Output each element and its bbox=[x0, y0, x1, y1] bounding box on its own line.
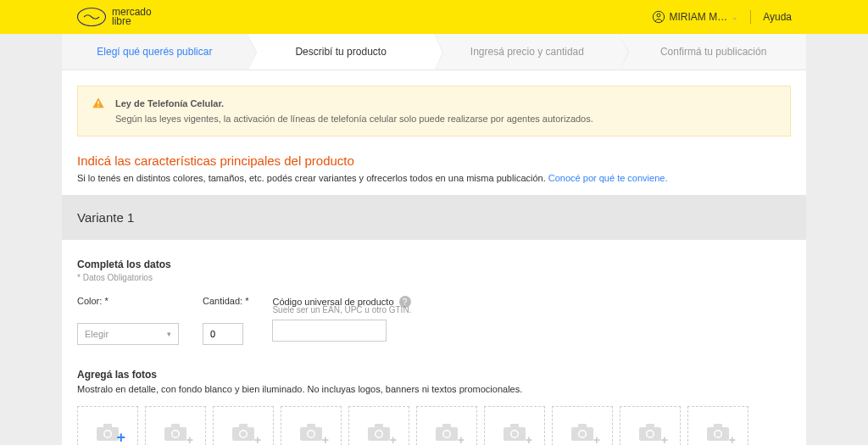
svg-point-8 bbox=[105, 431, 111, 437]
complete-data-title: Completá los datos bbox=[77, 259, 791, 270]
svg-point-24 bbox=[376, 431, 382, 437]
step-describe: Describí tu producto bbox=[248, 34, 435, 70]
svg-point-20 bbox=[309, 431, 314, 437]
chevron-down-icon: ⌄ bbox=[732, 13, 738, 21]
svg-point-12 bbox=[173, 431, 179, 437]
photo-slot[interactable]: + bbox=[620, 406, 681, 445]
plus-icon: + bbox=[390, 433, 397, 446]
warning-alert: Ley de Telefonía Celular. Según las leye… bbox=[77, 86, 791, 136]
plus-icon: + bbox=[254, 433, 261, 446]
svg-point-28 bbox=[444, 431, 450, 437]
progress-stepper: Elegí qué querés publicar Describí tu pr… bbox=[62, 34, 806, 70]
quantity-input[interactable] bbox=[203, 323, 243, 345]
alert-title: Ley de Telefonía Celular. bbox=[115, 97, 593, 111]
plus-icon: + bbox=[593, 433, 600, 446]
svg-point-16 bbox=[241, 431, 247, 437]
svg-rect-34 bbox=[578, 424, 587, 428]
user-menu[interactable]: MIRIAM M… ⌄ bbox=[652, 10, 739, 24]
plus-icon: + bbox=[458, 433, 465, 446]
camera-icon: + bbox=[298, 422, 324, 445]
step-confirm: Confirmá tu publicación bbox=[620, 34, 806, 70]
svg-rect-30 bbox=[510, 424, 519, 428]
main-panel: Elegí qué querés publicar Describí tu pr… bbox=[62, 34, 806, 445]
quantity-label: Cantidad: * bbox=[203, 296, 248, 306]
camera-icon: + bbox=[95, 422, 120, 445]
svg-point-2 bbox=[657, 14, 660, 17]
plus-icon: + bbox=[116, 429, 125, 446]
photos-desc: Mostralo en detalle, con fondo blanco y … bbox=[77, 384, 791, 394]
svg-point-40 bbox=[648, 431, 654, 437]
plus-icon: + bbox=[322, 433, 329, 446]
svg-rect-6 bbox=[103, 424, 112, 428]
section-desc: Si lo tenés en distintos colores, tamaño… bbox=[77, 173, 791, 183]
svg-rect-18 bbox=[307, 424, 315, 428]
svg-rect-14 bbox=[239, 424, 248, 428]
brand-logo[interactable]: mercado libre bbox=[76, 7, 152, 27]
photo-slot[interactable]: + bbox=[145, 406, 206, 445]
step-price: Ingresá precio y cantidad bbox=[435, 34, 621, 70]
brand-line2: libre bbox=[112, 17, 152, 26]
warning-icon bbox=[92, 97, 105, 110]
svg-rect-42 bbox=[714, 424, 722, 428]
plus-icon: + bbox=[186, 433, 193, 446]
plus-icon: + bbox=[729, 433, 736, 446]
svg-point-36 bbox=[580, 431, 586, 437]
photo-slot[interactable]: + bbox=[348, 406, 409, 445]
svg-rect-4 bbox=[97, 106, 98, 107]
color-select[interactable]: Elegir ▾ bbox=[77, 323, 179, 345]
svg-rect-26 bbox=[442, 424, 451, 428]
step-choose[interactable]: Elegí qué querés publicar bbox=[62, 34, 248, 70]
user-name: MIRIAM M… bbox=[670, 11, 728, 23]
photo-slot[interactable]: + bbox=[484, 406, 545, 445]
photo-slot-main[interactable]: + Foto principal bbox=[77, 406, 138, 445]
photo-slot[interactable]: + bbox=[687, 406, 748, 445]
svg-point-44 bbox=[715, 431, 721, 437]
camera-icon: + bbox=[434, 422, 459, 445]
help-link[interactable]: Ayuda bbox=[763, 11, 792, 23]
camera-icon: + bbox=[502, 422, 527, 445]
svg-rect-3 bbox=[97, 101, 98, 104]
plus-icon: + bbox=[661, 433, 668, 446]
svg-rect-10 bbox=[171, 424, 180, 428]
photos-title: Agregá las fotos bbox=[77, 369, 791, 381]
photo-slot[interactable]: + bbox=[416, 406, 477, 445]
variant-header: Variante 1 bbox=[62, 195, 806, 240]
color-label: Color: * bbox=[77, 296, 179, 306]
chevron-down-icon: ▾ bbox=[167, 330, 171, 338]
camera-icon: + bbox=[366, 422, 392, 445]
photos-grid: + Foto principal + + + + + + + + + bbox=[77, 406, 791, 445]
handshake-icon bbox=[76, 7, 107, 27]
camera-icon: + bbox=[705, 422, 731, 445]
camera-icon: + bbox=[637, 422, 663, 445]
code-hint: Suele ser un EAN, UPC u otro GTIN. bbox=[272, 305, 411, 314]
camera-icon: + bbox=[163, 422, 188, 445]
learn-more-link[interactable]: Conocé por qué te conviene. bbox=[548, 173, 668, 183]
photo-slot[interactable]: + bbox=[213, 406, 274, 445]
camera-icon: + bbox=[570, 422, 595, 445]
alert-body: Según las leyes vigentes, la activación … bbox=[115, 114, 593, 124]
svg-rect-38 bbox=[646, 424, 654, 428]
plus-icon: + bbox=[526, 433, 532, 446]
svg-rect-22 bbox=[375, 424, 383, 428]
section-title: Indicá las características principales d… bbox=[77, 153, 791, 168]
photo-slot[interactable]: + bbox=[281, 406, 342, 445]
divider bbox=[750, 10, 751, 24]
user-icon bbox=[652, 10, 665, 24]
photo-slot[interactable]: + bbox=[552, 406, 613, 445]
camera-icon: + bbox=[231, 422, 256, 445]
code-input[interactable] bbox=[272, 320, 387, 342]
required-note: * Datos Obligatorios bbox=[77, 273, 791, 282]
svg-point-32 bbox=[512, 431, 518, 437]
top-header: mercado libre MIRIAM M… ⌄ Ayuda bbox=[0, 0, 868, 34]
